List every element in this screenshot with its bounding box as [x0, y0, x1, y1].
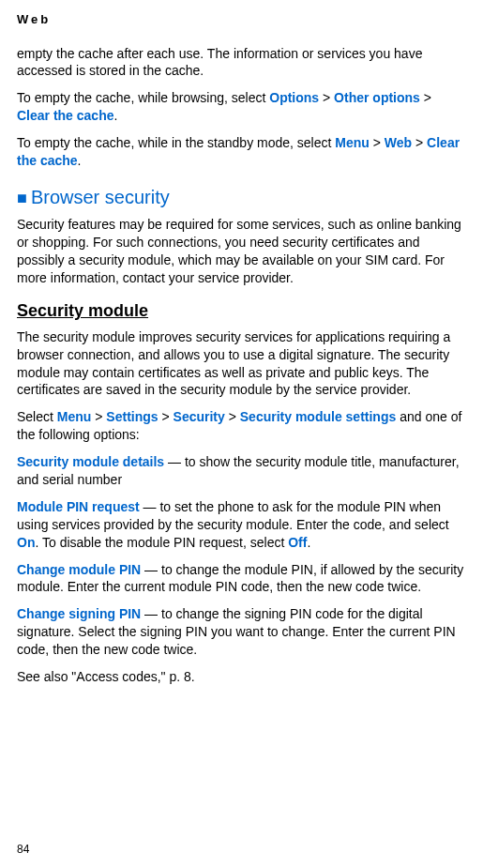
section-title: Browser security: [31, 187, 170, 207]
page-header: Web: [17, 11, 466, 28]
on-link: On: [17, 535, 35, 550]
separator: >: [370, 135, 385, 150]
subsection-heading-security-module: Security module: [17, 299, 466, 322]
text: .: [78, 153, 82, 168]
paragraph-empty-cache-browsing: To empty the cache, while browsing, sele…: [17, 89, 466, 125]
text: .: [307, 535, 310, 550]
paragraph-cache-intro: empty the cache after each use. The info…: [17, 45, 466, 81]
paragraph-security-module-details: Security module details — to show the se…: [17, 453, 466, 489]
paragraph-module-pin-request: Module PIN request — to set the phone to…: [17, 498, 466, 552]
security-module-details-link: Security module details: [17, 454, 164, 469]
menu-link: Menu: [57, 409, 92, 424]
section-heading-browser-security: ■Browser security: [17, 185, 466, 210]
text: To empty the cache, while browsing, sele…: [17, 90, 269, 105]
menu-link: Menu: [335, 135, 370, 150]
separator: >: [91, 409, 106, 424]
paragraph-see-also: See also "Access codes," p. 8.: [17, 668, 466, 686]
change-module-pin-link: Change module PIN: [17, 562, 141, 577]
other-options-link: Other options: [334, 90, 420, 105]
security-link: Security: [174, 409, 225, 424]
text: Select: [17, 409, 57, 424]
text: . To disable the module PIN request, sel…: [35, 535, 288, 550]
separator: >: [319, 90, 334, 105]
square-bullet-icon: ■: [17, 189, 27, 207]
paragraph-empty-cache-standby: To empty the cache, while in the standby…: [17, 134, 466, 170]
separator: >: [420, 90, 431, 105]
paragraph-security-intro: Security features may be required for so…: [17, 216, 466, 287]
paragraph-security-module-desc: The security module improves security se…: [17, 328, 466, 400]
security-module-settings-link: Security module settings: [240, 409, 396, 424]
clear-cache-link: Clear the cache: [17, 108, 114, 123]
options-link: Options: [269, 90, 319, 105]
module-pin-request-link: Module PIN request: [17, 499, 140, 514]
paragraph-select-path: Select Menu > Settings > Security > Secu…: [17, 408, 466, 444]
settings-link: Settings: [106, 409, 158, 424]
text: To empty the cache, while in the standby…: [17, 135, 335, 150]
change-signing-pin-link: Change signing PIN: [17, 606, 141, 621]
text: .: [114, 108, 118, 123]
off-link: Off: [288, 535, 307, 550]
separator: >: [225, 409, 240, 424]
separator: >: [412, 135, 427, 150]
page-number: 84: [17, 842, 29, 857]
paragraph-change-signing-pin: Change signing PIN — to change the signi…: [17, 605, 466, 659]
separator: >: [158, 409, 174, 424]
paragraph-change-module-pin: Change module PIN — to change the module…: [17, 561, 466, 597]
web-link: Web: [385, 135, 412, 150]
